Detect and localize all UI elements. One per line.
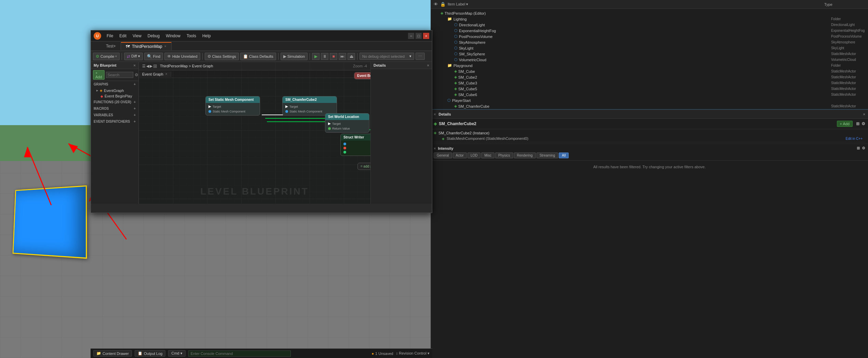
tree-item[interactable]: ◈ThirdPersonMap (Editor) — [431, 10, 868, 16]
event-begin-play-item[interactable]: ◆ Event BeginPlay — [91, 93, 138, 99]
layout-icon[interactable]: ⊞ — [856, 121, 859, 126]
ed-add-icon[interactable]: + — [134, 120, 136, 123]
filter-tab-general[interactable]: General — [434, 153, 452, 158]
event-graph-area[interactable]: ☰ ◀ ▶ ⊞ ThirdPersonMap > Event Graph Zoo… — [139, 62, 370, 204]
blueprint-grid[interactable]: Event BeginPlay Set Static Mesh Componen… — [139, 62, 370, 204]
add-pin-node[interactable]: = add pin + — [357, 163, 370, 170]
add-component-button[interactable]: + Add — [837, 121, 853, 127]
intensity-settings-icon[interactable]: ⚙ — [862, 146, 865, 150]
actor-icon: ⬡ — [454, 52, 458, 56]
macros-section[interactable]: MACROS + — [91, 105, 138, 112]
debug-object-selector[interactable]: No debug object selected ▾ — [360, 53, 414, 60]
set-location-node[interactable]: Set World Location Target Return Value — [325, 113, 369, 133]
menu-edit[interactable]: Edit — [117, 33, 129, 39]
filter-tab-streaming[interactable]: Streaming — [537, 153, 558, 158]
set-static-mesh-node[interactable]: Set Static Mesh Component Target Static … — [205, 96, 260, 116]
thirpersonmap-tab[interactable]: 🗺 ThirdPersonMap × — [121, 42, 172, 50]
ed-label: EVENT DISPATCHERS — [94, 120, 130, 123]
tree-item[interactable]: ◈SM_Cube6StaticMeshActor — [431, 92, 868, 97]
map-tab-close[interactable]: × — [164, 44, 166, 48]
filter-tab-lod[interactable]: LOD — [467, 153, 481, 158]
diff-button[interactable]: ⇄ Diff ▾ — [124, 53, 143, 60]
tree-item[interactable]: 📁LightingFolder — [431, 16, 868, 22]
filter-tab-all[interactable]: All — [559, 153, 569, 158]
console-command-input[interactable] — [188, 350, 291, 357]
item-label-header[interactable]: Item Label ▾ — [448, 2, 822, 6]
tree-item[interactable]: ◈SM_Cube2StaticMeshActor — [431, 74, 868, 80]
play-button[interactable]: ▶ — [312, 53, 320, 60]
pause-button[interactable]: ⏸ — [321, 53, 328, 60]
tree-item[interactable]: ⬡SkyLightSkyLight — [431, 45, 868, 51]
menu-help[interactable]: Help — [200, 33, 214, 39]
test-tab[interactable]: Test+ — [101, 42, 121, 50]
tree-item[interactable]: ⬡SM_SkySphereStaticMeshActor — [431, 51, 868, 57]
tree-item[interactable]: ◈SM_ChamferCubeStaticMeshActor — [431, 103, 868, 109]
menu-debug[interactable]: Debug — [145, 33, 162, 39]
details-close-icon[interactable]: × — [427, 63, 429, 67]
lock-icon[interactable]: 🔒 — [440, 2, 446, 7]
tree-item[interactable]: ⬡PlayerStart — [431, 97, 868, 103]
variables-section[interactable]: VARIABLES + — [91, 112, 138, 118]
event-dispatchers-section[interactable]: EVENT DISPATCHERS + — [91, 118, 138, 125]
intensity-close[interactable]: × — [434, 146, 436, 150]
minimize-button[interactable]: − — [408, 33, 414, 39]
tree-item[interactable]: ⬡PostProcessVolumePostProcessVolume — [431, 34, 868, 39]
tree-item[interactable]: 📁PlaygroundFolder — [431, 63, 868, 68]
hide-unrelated-button[interactable]: 👁 Hide Unrelated — [164, 53, 200, 60]
chamfer-node[interactable]: SM_ChamferCube2 Target Static Mesh Compo… — [282, 96, 337, 116]
menu-tools[interactable]: Tools — [184, 33, 199, 39]
compile-button[interactable]: ⚙ Compile ▾ — [93, 53, 120, 60]
struct-writer-node-1[interactable]: Struct Writer — [340, 134, 370, 156]
filter-tab-misc[interactable]: Misc — [481, 153, 494, 158]
simulation-button[interactable]: ▶ Simulation — [281, 53, 308, 60]
debug-options-button[interactable]: ⋯ — [416, 53, 425, 60]
graphs-section[interactable]: GRAPHS + — [91, 81, 138, 88]
revision-control-button[interactable]: ↕ Revision Control ▾ — [396, 351, 430, 356]
tree-item[interactable]: ⬡ExponentialHeightFogExponentialHeightFo… — [431, 28, 868, 34]
menu-view[interactable]: View — [130, 33, 144, 39]
step-button[interactable]: ⏭ — [339, 53, 346, 60]
functions-section[interactable]: FUNCTIONS (20 OVER) + — [91, 99, 138, 105]
content-drawer-button[interactable]: 📁 Content Drawer — [93, 350, 132, 357]
intensity-grid-icon[interactable]: ⊞ — [857, 146, 860, 150]
menu-window[interactable]: Window — [163, 33, 183, 39]
find-button[interactable]: 🔍 Find — [144, 53, 163, 60]
tree-item[interactable]: ⬡VolumetricCloudVolumetricCloud — [431, 57, 868, 63]
details-lower-close-x[interactable]: × — [863, 112, 865, 116]
graphs-add-icon[interactable]: + — [134, 82, 136, 86]
tree-item[interactable]: ◈SM_Cube5StaticMeshActor — [431, 86, 868, 92]
tree-item[interactable]: ◈SM_CubeStaticMeshActor — [431, 68, 868, 74]
event-graph-item[interactable]: ▸ ◈ EventGraph — [91, 88, 138, 93]
macros-add-icon[interactable]: + — [134, 107, 136, 110]
settings-icon[interactable]: ⚙ — [862, 121, 865, 126]
mesh-icon: ◈ — [440, 11, 443, 15]
cmd-dropdown[interactable]: Cmd ▾ — [168, 350, 185, 357]
filter-tab-rendering[interactable]: Rendering — [514, 153, 536, 158]
sw1-pin1 — [343, 142, 370, 146]
edit-cpp-link[interactable]: Edit in C++ — [846, 137, 863, 141]
my-bp-close[interactable]: × — [134, 63, 136, 67]
tree-item[interactable]: ⬡SkyAtmosphereSkyAtmosphere — [431, 39, 868, 45]
stop-button[interactable]: ■ — [330, 53, 337, 60]
tree-item[interactable]: ⬡DirectionalLightDirectionalLight — [431, 22, 868, 28]
tree-item[interactable]: ◈SM_Cube3StaticMeshActor — [431, 80, 868, 86]
event-begin-play-node[interactable]: Event BeginPlay — [354, 72, 370, 79]
bp-settings-icon[interactable]: ⚙ — [135, 72, 138, 77]
compile-label: Compile — [100, 54, 114, 58]
eject-button[interactable]: ⏏ — [348, 53, 355, 60]
details-header: Details × — [371, 62, 432, 69]
details-lower-close[interactable]: × — [434, 112, 436, 116]
filter-tab-physics[interactable]: Physics — [495, 153, 513, 158]
eye-icon[interactable]: 👁 — [434, 2, 438, 7]
functions-add-icon[interactable]: + — [134, 100, 136, 104]
menu-file[interactable]: File — [104, 33, 116, 39]
close-button[interactable]: × — [423, 33, 429, 39]
variables-add-icon[interactable]: + — [134, 113, 136, 117]
maximize-button[interactable]: □ — [416, 33, 422, 39]
bp-search-input[interactable] — [106, 72, 133, 78]
output-log-button[interactable]: 📋 Output Log — [135, 350, 165, 357]
class-defaults-button[interactable]: 📋 Class Defaults — [240, 53, 276, 60]
filter-tab-actor[interactable]: Actor — [453, 153, 467, 158]
add-button[interactable]: + Add — [93, 70, 105, 80]
class-settings-button[interactable]: ⚙ Class Settings — [205, 53, 239, 60]
